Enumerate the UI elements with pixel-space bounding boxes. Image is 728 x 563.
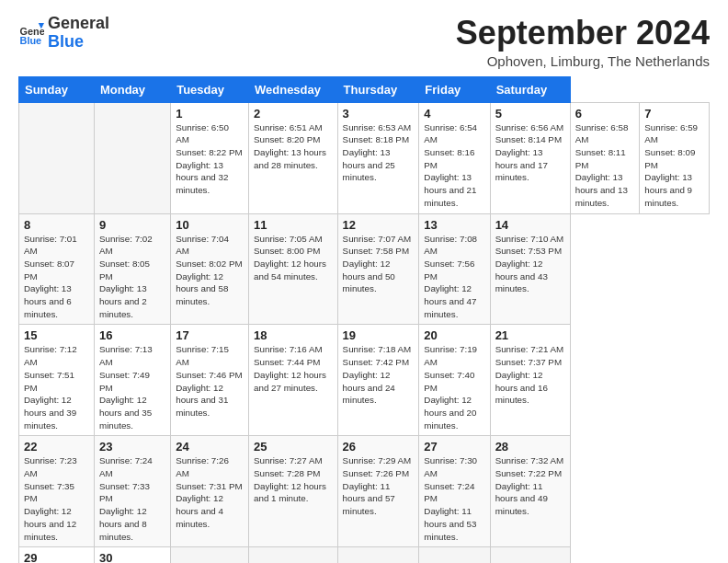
day-number: 1: [176, 107, 244, 121]
table-row: 21Sunrise: 7:21 AMSunset: 7:37 PMDayligh…: [490, 325, 570, 436]
day-number: 26: [343, 440, 415, 454]
day-number: 6: [575, 107, 635, 121]
col-saturday: Saturday: [490, 76, 570, 102]
table-row: 6Sunrise: 6:58 AMSunset: 8:11 PMDaylight…: [570, 102, 640, 213]
table-row: 9Sunrise: 7:02 AMSunset: 8:05 PMDaylight…: [94, 213, 170, 325]
calendar-header-row: Sunday Monday Tuesday Wednesday Thursday…: [19, 76, 710, 102]
day-number: 15: [24, 328, 89, 342]
table-row: [419, 547, 490, 563]
day-number: 5: [495, 107, 565, 121]
header: General Blue General Blue September 2024…: [18, 15, 710, 69]
table-row: 24Sunrise: 7:26 AMSunset: 7:31 PMDayligh…: [171, 436, 249, 547]
day-number: 19: [343, 328, 415, 342]
table-row: 13Sunrise: 7:08 AMSunset: 7:56 PMDayligh…: [419, 213, 490, 325]
day-number: 12: [343, 218, 415, 232]
day-info: Sunrise: 6:51 AMSunset: 8:20 PMDaylight:…: [254, 121, 333, 172]
calendar-week-row: 22Sunrise: 7:23 AMSunset: 7:35 PMDayligh…: [19, 436, 710, 547]
day-info: Sunrise: 7:21 AMSunset: 7:37 PMDaylight:…: [495, 343, 565, 407]
day-info: Sunrise: 7:23 AMSunset: 7:35 PMDaylight:…: [24, 454, 89, 543]
month-title: September 2024: [456, 15, 710, 52]
calendar-week-row: 15Sunrise: 7:12 AMSunset: 7:51 PMDayligh…: [19, 325, 710, 436]
table-row: 20Sunrise: 7:19 AMSunset: 7:40 PMDayligh…: [419, 325, 490, 436]
logo: General Blue General Blue: [18, 15, 109, 52]
table-row: [171, 547, 249, 563]
day-info: Sunrise: 7:30 AMSunset: 7:24 PMDaylight:…: [424, 454, 484, 543]
day-number: 8: [24, 218, 89, 232]
table-row: 18Sunrise: 7:16 AMSunset: 7:44 PMDayligh…: [248, 325, 337, 436]
col-thursday: Thursday: [337, 76, 419, 102]
day-number: 3: [343, 107, 415, 121]
day-info: Sunrise: 7:27 AMSunset: 7:28 PMDaylight:…: [254, 454, 333, 505]
table-row: 8Sunrise: 7:01 AMSunset: 8:07 PMDaylight…: [19, 213, 95, 325]
day-number: 25: [254, 440, 333, 454]
table-row: 26Sunrise: 7:29 AMSunset: 7:26 PMDayligh…: [337, 436, 419, 547]
day-info: Sunrise: 7:05 AMSunset: 8:00 PMDaylight:…: [254, 233, 333, 283]
day-number: 20: [424, 328, 484, 342]
table-row: [94, 102, 170, 213]
day-number: 29: [24, 551, 89, 563]
day-info: Sunrise: 7:18 AMSunset: 7:42 PMDaylight:…: [343, 343, 415, 407]
table-row: 19Sunrise: 7:18 AMSunset: 7:42 PMDayligh…: [337, 325, 419, 436]
day-number: 17: [176, 328, 244, 342]
table-row: 2Sunrise: 6:51 AMSunset: 8:20 PMDaylight…: [248, 102, 337, 213]
table-row: 12Sunrise: 7:07 AMSunset: 7:58 PMDayligh…: [337, 213, 419, 325]
day-info: Sunrise: 7:15 AMSunset: 7:46 PMDaylight:…: [176, 343, 244, 419]
day-info: Sunrise: 6:58 AMSunset: 8:11 PMDaylight:…: [575, 121, 635, 210]
table-row: 25Sunrise: 7:27 AMSunset: 7:28 PMDayligh…: [248, 436, 337, 547]
day-number: 14: [495, 218, 565, 232]
day-number: 10: [176, 218, 244, 232]
day-number: 22: [24, 440, 89, 454]
title-block: September 2024 Ophoven, Limburg, The Net…: [456, 15, 710, 69]
calendar-body: 1Sunrise: 6:50 AMSunset: 8:22 PMDaylight…: [19, 102, 710, 563]
col-wednesday: Wednesday: [248, 76, 337, 102]
day-info: Sunrise: 7:04 AMSunset: 8:02 PMDaylight:…: [176, 233, 244, 308]
day-number: 11: [254, 218, 333, 232]
table-row: 23Sunrise: 7:24 AMSunset: 7:33 PMDayligh…: [94, 436, 170, 547]
table-row: [337, 547, 419, 563]
day-number: 13: [424, 218, 484, 232]
day-info: Sunrise: 6:54 AMSunset: 8:16 PMDaylight:…: [424, 121, 484, 210]
table-row: 7Sunrise: 6:59 AMSunset: 8:09 PMDaylight…: [640, 102, 710, 213]
table-row: 11Sunrise: 7:05 AMSunset: 8:00 PMDayligh…: [248, 213, 337, 325]
day-info: Sunrise: 7:02 AMSunset: 8:05 PMDaylight:…: [99, 233, 165, 321]
table-row: [19, 102, 95, 213]
day-number: 2: [254, 107, 333, 121]
table-row: 1Sunrise: 6:50 AMSunset: 8:22 PMDaylight…: [171, 102, 249, 213]
day-info: Sunrise: 7:24 AMSunset: 7:33 PMDaylight:…: [99, 454, 165, 543]
table-row: 27Sunrise: 7:30 AMSunset: 7:24 PMDayligh…: [419, 436, 490, 547]
day-number: 21: [495, 328, 565, 342]
day-number: 4: [424, 107, 484, 121]
day-number: 9: [99, 218, 165, 232]
day-info: Sunrise: 6:56 AMSunset: 8:14 PMDaylight:…: [495, 121, 565, 185]
day-info: Sunrise: 6:53 AMSunset: 8:18 PMDaylight:…: [343, 121, 415, 185]
table-row: 29Sunrise: 7:34 AMSunset: 7:19 PMDayligh…: [19, 547, 95, 563]
day-info: Sunrise: 7:16 AMSunset: 7:44 PMDaylight:…: [254, 343, 333, 394]
table-row: 22Sunrise: 7:23 AMSunset: 7:35 PMDayligh…: [19, 436, 95, 547]
page: General Blue General Blue September 2024…: [0, 0, 728, 563]
table-row: 5Sunrise: 6:56 AMSunset: 8:14 PMDaylight…: [490, 102, 570, 213]
calendar-week-row: 1Sunrise: 6:50 AMSunset: 8:22 PMDaylight…: [19, 102, 710, 213]
day-info: Sunrise: 7:08 AMSunset: 7:56 PMDaylight:…: [424, 233, 484, 321]
day-info: Sunrise: 7:12 AMSunset: 7:51 PMDaylight:…: [24, 343, 89, 431]
day-number: 7: [644, 107, 704, 121]
table-row: 17Sunrise: 7:15 AMSunset: 7:46 PMDayligh…: [171, 325, 249, 436]
table-row: 30Sunrise: 7:35 AMSunset: 7:17 PMDayligh…: [94, 547, 170, 563]
table-row: [490, 547, 570, 563]
day-info: Sunrise: 6:50 AMSunset: 8:22 PMDaylight:…: [176, 121, 244, 197]
col-tuesday: Tuesday: [171, 76, 249, 102]
table-row: 10Sunrise: 7:04 AMSunset: 8:02 PMDayligh…: [171, 213, 249, 325]
day-info: Sunrise: 6:59 AMSunset: 8:09 PMDaylight:…: [644, 121, 704, 210]
day-info: Sunrise: 7:19 AMSunset: 7:40 PMDaylight:…: [424, 343, 484, 431]
table-row: 14Sunrise: 7:10 AMSunset: 7:53 PMDayligh…: [490, 213, 570, 325]
col-sunday: Sunday: [19, 76, 95, 102]
table-row: [248, 547, 337, 563]
calendar-week-row: 8Sunrise: 7:01 AMSunset: 8:07 PMDaylight…: [19, 213, 710, 325]
day-info: Sunrise: 7:32 AMSunset: 7:22 PMDaylight:…: [495, 454, 565, 518]
col-friday: Friday: [419, 76, 490, 102]
day-number: 30: [99, 551, 165, 563]
location-subtitle: Ophoven, Limburg, The Netherlands: [456, 53, 710, 69]
day-number: 28: [495, 440, 565, 454]
table-row: 28Sunrise: 7:32 AMSunset: 7:22 PMDayligh…: [490, 436, 570, 547]
table-row: 4Sunrise: 6:54 AMSunset: 8:16 PMDaylight…: [419, 102, 490, 213]
day-number: 18: [254, 328, 333, 342]
